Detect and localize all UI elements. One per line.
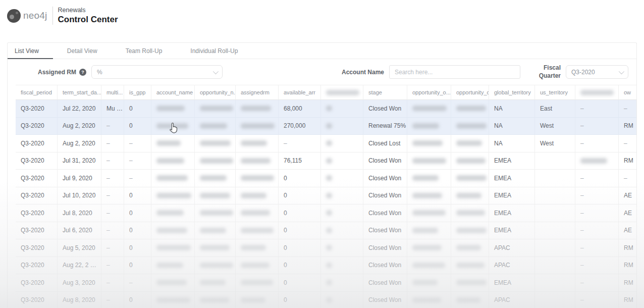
column-header-opportunity_o2[interactable]: opportunity_o... bbox=[451, 85, 489, 100]
table-cell-assignedrm bbox=[236, 257, 279, 275]
table-cell-global_territory: APAC bbox=[489, 292, 535, 308]
redacted-cell-content bbox=[156, 158, 184, 164]
table-cell-available_arr: 68,000 bbox=[279, 100, 321, 118]
tab-detail-view[interactable]: Detail View bbox=[53, 43, 112, 59]
redacted-cell-content bbox=[241, 280, 273, 285]
help-icon[interactable]: ? bbox=[79, 69, 86, 76]
redacted-cell-content bbox=[412, 263, 445, 268]
table-row[interactable]: Q3-2020Aug 5, 2020–00Closed WonAPAC–RM bbox=[16, 239, 637, 257]
table-row[interactable]: Q3-2020Jul 31, 2020––76,115Closed WonEME… bbox=[16, 152, 637, 170]
table-cell-term_start_date: Jul 9, 2020 bbox=[58, 170, 101, 187]
table-cell-redacted_col_1 bbox=[321, 257, 363, 275]
table-row[interactable]: Q3-2020Jul 9, 2020––0Closed WonEMEA–– bbox=[16, 170, 637, 187]
redacted-cell-content bbox=[412, 140, 443, 146]
table-cell-owner: – bbox=[619, 100, 637, 118]
redacted-cell-content bbox=[412, 123, 439, 129]
table-cell-global_territory: EMEA bbox=[489, 274, 535, 292]
redacted-cell-content bbox=[200, 245, 230, 250]
column-header-assignedrm[interactable]: assignedrm bbox=[236, 85, 279, 100]
redacted-cell-content bbox=[326, 140, 332, 146]
table-cell-us_territory bbox=[535, 152, 575, 170]
table-cell-owner: RM bbox=[619, 292, 637, 308]
tab-team-roll-up[interactable]: Team Roll-Up bbox=[112, 43, 177, 59]
table-cell-opportunity_o1 bbox=[407, 239, 451, 257]
column-header-account_name[interactable]: account_name bbox=[151, 85, 195, 100]
column-header-term_start_date[interactable]: term_start_da... bbox=[58, 85, 101, 100]
table-cell-available_arr: 0 bbox=[279, 292, 321, 308]
redacted-cell-content bbox=[156, 280, 187, 285]
table-cell-opportunity_o1 bbox=[407, 257, 451, 275]
table-row[interactable]: Q3-2020Aug 22, 2 …–00Closed WonAPAC–RM bbox=[16, 257, 637, 275]
account-name-search-input[interactable] bbox=[389, 65, 520, 79]
table-cell-term_start_date: Jul 22, 2020 bbox=[58, 100, 101, 118]
table-cell-redacted_col_1 bbox=[321, 274, 363, 292]
table-cell-global_territory: NA bbox=[489, 100, 535, 118]
column-header-redacted_col_1[interactable] bbox=[321, 85, 363, 100]
table-row[interactable]: Q3-2020Jul 22, 2020Mu …068,000Closed Won… bbox=[16, 100, 637, 118]
column-header-opportunity_n[interactable]: opportunity_n... bbox=[195, 85, 236, 100]
redacted-cell-content bbox=[241, 263, 270, 268]
table-cell-multi: – bbox=[101, 239, 124, 257]
redacted-cell-content bbox=[456, 280, 487, 285]
table-cell-available_arr: 0 bbox=[279, 274, 321, 292]
fiscal-quarter-dropdown[interactable]: Q3-2020 bbox=[566, 65, 628, 79]
table-cell-available_arr: 0 bbox=[279, 170, 321, 187]
column-header-stage[interactable]: stage bbox=[363, 85, 407, 100]
column-header-us_territory[interactable]: us_territory bbox=[535, 85, 575, 100]
table-cell-term_start_date: Aug 2, 2020 bbox=[58, 118, 101, 135]
table-cell-fiscal_period: Q3-2020 bbox=[16, 274, 58, 292]
redacted-cell-content bbox=[326, 245, 332, 250]
table-cell-fiscal_period: Q3-2020 bbox=[16, 118, 58, 135]
table-cell-opportunity_o2 bbox=[451, 118, 489, 135]
column-header-global_territory[interactable]: global_territory bbox=[489, 85, 535, 100]
table-cell-redacted_col_2: – bbox=[575, 118, 619, 135]
table-row[interactable]: Q3-2020Aug 2, 2020–0270,000Renewal 75%NA… bbox=[16, 118, 637, 135]
table-cell-available_arr: 0 bbox=[279, 239, 321, 257]
table-row[interactable]: Q3-2020Aug 2, 2020–––Closed LostNAWest–– bbox=[16, 135, 637, 152]
column-header-opportunity_o1[interactable]: opportunity_o... bbox=[407, 85, 451, 100]
tab-list-view[interactable]: List View bbox=[8, 43, 53, 59]
redacted-cell-content bbox=[326, 297, 332, 303]
tab-individual-roll-up[interactable]: Individual Roll-Up bbox=[176, 43, 252, 59]
table-cell-opportunity_o2 bbox=[451, 257, 489, 275]
redacted-cell-content bbox=[456, 228, 487, 233]
table-cell-stage: Closed Won bbox=[363, 204, 407, 222]
redacted-cell-content bbox=[241, 106, 271, 111]
column-header-fiscal_period[interactable]: fiscal_period bbox=[16, 85, 58, 100]
table-cell-redacted_col_2: – bbox=[575, 135, 619, 152]
table-row[interactable]: Q3-2020Aug 8, 2020–00Closed WonAPAC–RM bbox=[16, 292, 637, 308]
table-cell-account_name bbox=[151, 118, 195, 135]
redacted-cell-content bbox=[326, 123, 332, 129]
fiscal-quarter-label: Fiscal Quarter bbox=[534, 64, 561, 80]
redacted-cell-content bbox=[580, 158, 607, 164]
redacted-cell-content bbox=[156, 193, 191, 198]
column-header-owner[interactable]: ow bbox=[619, 85, 637, 100]
table-row[interactable]: Q3-2020Aug 3, 2020––0Closed WonEMEA–RM bbox=[16, 274, 637, 292]
table-cell-multi: – bbox=[101, 292, 124, 308]
table-row[interactable]: Q3-2020Jul 10, 2020–00Closed WonEMEA–AE bbox=[16, 187, 637, 205]
table-cell-global_territory: EMEA bbox=[489, 152, 535, 170]
header-divider bbox=[52, 7, 53, 25]
redacted-cell-content bbox=[156, 210, 184, 216]
table-cell-stage: Closed Won bbox=[363, 274, 407, 292]
table-cell-account_name bbox=[151, 135, 195, 152]
table-cell-assignedrm bbox=[236, 204, 279, 222]
table-cell-multi: – bbox=[101, 187, 124, 205]
table-cell-assignedrm bbox=[236, 274, 279, 292]
column-header-redacted_col_2[interactable] bbox=[575, 85, 619, 100]
table-row[interactable]: Q3-2020Jul 8, 2020–00Closed WonEMEA–AE bbox=[16, 204, 637, 222]
table-cell-fiscal_period: Q3-2020 bbox=[16, 135, 58, 152]
table-cell-opportunity_o1 bbox=[407, 204, 451, 222]
redacted-cell-content bbox=[156, 263, 183, 268]
table-cell-us_territory: West bbox=[535, 135, 575, 152]
table-cell-owner: AE bbox=[619, 204, 637, 222]
redacted-cell-content bbox=[456, 297, 480, 303]
column-header-multi[interactable]: multi... bbox=[101, 85, 124, 100]
redacted-cell-content bbox=[200, 106, 233, 111]
column-header-available_arr[interactable]: available_arr bbox=[279, 85, 321, 100]
column-header-is_gpp[interactable]: is_gpp bbox=[124, 85, 151, 100]
table-row[interactable]: Q3-2020Jul 6, 2020–00Closed WonEMEA–AE bbox=[16, 222, 637, 240]
table-cell-redacted_col_1 bbox=[321, 135, 363, 152]
assigned-rm-dropdown[interactable]: % bbox=[91, 65, 223, 79]
table-cell-opportunity_n bbox=[195, 152, 236, 170]
